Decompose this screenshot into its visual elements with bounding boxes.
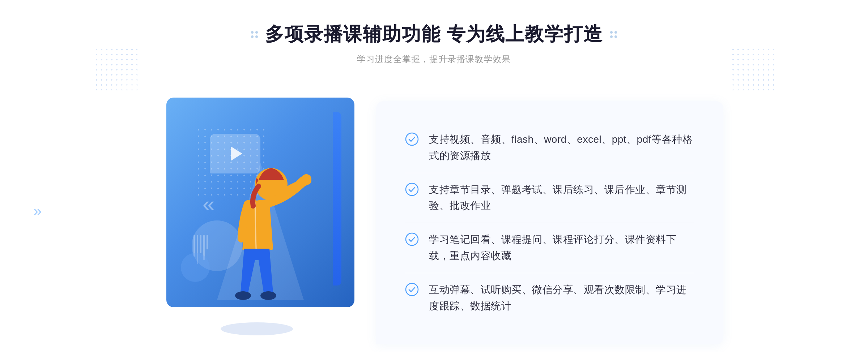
feature-item-1: 支持视频、音频、flash、word、excel、ppt、pdf等各种格式的资源… xyxy=(405,123,694,173)
main-title: 多项录播课辅助功能 专为线上教学打造 xyxy=(251,22,617,47)
title-dot xyxy=(614,35,617,38)
feature-text-1: 支持视频、音频、flash、word、excel、ppt、pdf等各种格式的资源… xyxy=(429,132,694,164)
title-decorator-right xyxy=(610,31,617,38)
check-icon-4 xyxy=(405,283,419,296)
svg-point-9 xyxy=(406,283,418,296)
features-container: 支持视频、音频、flash、word、excel、ppt、pdf等各种格式的资源… xyxy=(376,101,723,344)
check-icon-2 xyxy=(405,183,419,196)
title-text: 多项录播课辅助功能 专为线上教学打造 xyxy=(265,22,603,47)
svg-point-3 xyxy=(235,291,251,300)
feature-text-2: 支持章节目录、弹题考试、课后练习、课后作业、章节测验、批改作业 xyxy=(429,182,694,214)
content-area: « xyxy=(145,87,723,344)
subtitle-text: 学习进度全掌握，提升录播课教学效果 xyxy=(251,53,617,65)
header-section: 多项录播课辅助功能 专为线上教学打造 学习进度全掌握，提升录播课教学效果 xyxy=(251,22,617,65)
dots-decoration-left-top xyxy=(94,47,137,90)
dots-decoration-right-top xyxy=(731,47,774,90)
check-icon-1 xyxy=(405,132,419,146)
title-decorator-left xyxy=(251,31,258,38)
illustration-container: « xyxy=(145,83,376,336)
chevron-decoration-left: » xyxy=(33,202,39,220)
svg-point-0 xyxy=(221,322,293,335)
human-figure xyxy=(195,134,318,336)
feature-item-4: 互动弹幕、试听购买、微信分享、观看次数限制、学习进度跟踪、数据统计 xyxy=(405,273,694,323)
title-dot xyxy=(255,35,258,38)
svg-point-5 xyxy=(301,174,311,184)
svg-point-6 xyxy=(406,133,418,145)
title-dot xyxy=(614,31,617,34)
svg-point-8 xyxy=(406,233,418,245)
title-dot xyxy=(610,35,613,38)
blue-accent-bar xyxy=(333,112,341,286)
feature-item-3: 学习笔记回看、课程提问、课程评论打分、课件资料下载，重点内容收藏 xyxy=(405,223,694,273)
feature-item-2: 支持章节目录、弹题考试、课后练习、课后作业、章节测验、批改作业 xyxy=(405,173,694,223)
svg-point-7 xyxy=(406,183,418,196)
title-dot xyxy=(255,31,258,34)
page-container: » 多项录播课辅助功能 专为线上教学打造 xyxy=(0,0,868,352)
feature-text-4: 互动弹幕、试听购买、微信分享、观看次数限制、学习进度跟踪、数据统计 xyxy=(429,282,694,314)
title-dot xyxy=(251,31,254,34)
title-dot xyxy=(610,31,613,34)
title-dot xyxy=(251,35,254,38)
feature-text-3: 学习笔记回看、课程提问、课程评论打分、课件资料下载，重点内容收藏 xyxy=(429,232,694,264)
check-icon-3 xyxy=(405,232,419,246)
svg-point-4 xyxy=(260,291,276,300)
